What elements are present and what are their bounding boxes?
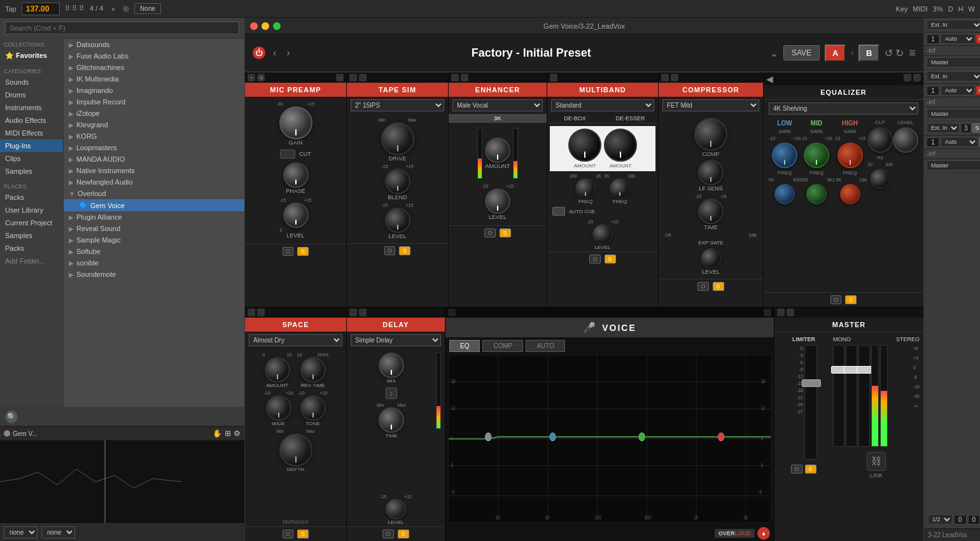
- eq-low-gain-knob[interactable]: [772, 143, 797, 168]
- eq-hz-knob[interactable]: [870, 169, 890, 189]
- rp-master-select-2[interactable]: Master: [927, 109, 980, 119]
- debox-freq-knob[interactable]: [575, 178, 596, 199]
- brand-izotope[interactable]: ▶iZotope: [64, 108, 244, 119]
- voice-tab-comp[interactable]: COMP: [482, 340, 523, 352]
- space-tone-knob[interactable]: [300, 395, 326, 421]
- rp-select-2[interactable]: Ext. In: [927, 71, 980, 81]
- preset-arrow-down[interactable]: ⌄: [770, 47, 778, 59]
- brand-datsounds[interactable]: ▶Datsounds: [64, 39, 244, 50]
- stereo-l-fader[interactable]: [846, 345, 857, 447]
- preamp-add-icon[interactable]: +: [248, 74, 255, 81]
- add-folder-btn[interactable]: Add Folder...: [0, 255, 63, 267]
- tapesim-settings[interactable]: [359, 74, 367, 81]
- compressor-lf-sens-knob[interactable]: [698, 160, 724, 185]
- bpm-input[interactable]: [22, 3, 60, 15]
- eq-add[interactable]: [904, 74, 911, 81]
- rp-auto-select-1[interactable]: Auto: [941, 34, 975, 44]
- comp-add[interactable]: [661, 74, 669, 81]
- sidebar-item-packs2[interactable]: Packs: [0, 242, 63, 255]
- rp-bottom-select[interactable]: 1/2: [928, 514, 953, 524]
- brand-gem-voice[interactable]: 🔷Gem Voice: [64, 199, 244, 211]
- sidebar-item-packs[interactable]: Packs: [0, 191, 63, 204]
- space-wide-knob[interactable]: [266, 395, 291, 421]
- brand-native[interactable]: ▶Native Instruments: [64, 165, 244, 176]
- search-input[interactable]: [5, 22, 239, 34]
- voice-add[interactable]: [448, 309, 456, 316]
- compressor-preset[interactable]: FET Mild: [662, 99, 759, 111]
- enhancer-settings[interactable]: [461, 74, 468, 81]
- enhancer-o-btn[interactable]: O: [484, 228, 495, 237]
- sidebar-item-current-project[interactable]: Current Project: [0, 216, 63, 229]
- eq-arrow-left[interactable]: ◀: [766, 74, 773, 84]
- master-add[interactable]: [777, 309, 785, 316]
- brand-newfangled[interactable]: ▶Newfangled Audio: [64, 176, 244, 188]
- nav-next-btn[interactable]: ›: [284, 47, 292, 59]
- delay-s-btn[interactable]: S: [398, 530, 409, 538]
- brand-glitch[interactable]: ▶Glitchmachines: [64, 62, 244, 73]
- eq-low-freq-knob[interactable]: [774, 184, 795, 204]
- rp-auto-select-3[interactable]: Auto: [941, 137, 978, 147]
- comp-s-btn[interactable]: S: [713, 282, 724, 291]
- multiband-s-btn[interactable]: S: [605, 255, 616, 263]
- compressor-time-knob[interactable]: [698, 199, 724, 224]
- delay-settings[interactable]: [359, 309, 367, 316]
- eq-settings[interactable]: [913, 74, 921, 81]
- sidebar-item-drums[interactable]: Drums: [0, 88, 63, 101]
- tape-sim-preset[interactable]: 2" 15IPS: [351, 99, 444, 111]
- delay-preset[interactable]: Simple Delay: [351, 334, 441, 346]
- comp-o-btn[interactable]: O: [697, 282, 708, 291]
- brand-overloud[interactable]: ▼Overloud: [64, 188, 244, 199]
- brand-klevgrand[interactable]: ▶Klevgrand: [64, 119, 244, 130]
- link-btn[interactable]: ⛓: [867, 452, 886, 471]
- eq-point-3[interactable]: [639, 433, 645, 441]
- brand-soundemote[interactable]: ▶Soundemote: [64, 269, 244, 280]
- search-icon-btn[interactable]: 🔍: [5, 411, 18, 423]
- maximize-window-btn[interactable]: [273, 22, 281, 30]
- rp-auto-select-2[interactable]: Auto: [941, 85, 975, 95]
- save-btn[interactable]: SAVE: [783, 45, 820, 60]
- tape-s-btn[interactable]: S: [399, 246, 410, 255]
- rp-off-btn-2[interactable]: Off: [976, 86, 980, 95]
- enhancer-preset[interactable]: Male Vocal: [452, 99, 543, 111]
- auto-cue-toggle[interactable]: [552, 207, 565, 216]
- mic-preamp-phase-knob[interactable]: [283, 162, 309, 188]
- tape-blend-knob[interactable]: [385, 169, 410, 194]
- multiband-add[interactable]: [550, 74, 557, 81]
- tape-o-btn[interactable]: O: [384, 246, 395, 255]
- compressor-level-knob[interactable]: [701, 248, 721, 269]
- brand-sample-magic[interactable]: ▶Sample Magic: [64, 234, 244, 246]
- delay-time-knob[interactable]: [379, 407, 404, 433]
- plugin-power-btn[interactable]: ⏻: [253, 46, 265, 59]
- desser-amount-knob[interactable]: [604, 129, 637, 162]
- sidebar-item-sounds[interactable]: Sounds: [0, 76, 63, 88]
- master-settings[interactable]: [787, 309, 794, 316]
- delay-mix-knob[interactable]: [379, 353, 404, 378]
- voice-tab-auto[interactable]: AUTO: [526, 340, 565, 352]
- brand-plugin-alliance[interactable]: ▶Plugin Alliance: [64, 211, 244, 223]
- brand-impulse[interactable]: ▶Impulse Record: [64, 96, 244, 108]
- minimize-window-btn[interactable]: [262, 22, 269, 30]
- eq-point-2[interactable]: [550, 433, 556, 441]
- debox-amount-knob[interactable]: [568, 129, 601, 162]
- desser-freq-knob[interactable]: [610, 178, 630, 199]
- rp-select-3[interactable]: Ext. In: [927, 123, 960, 133]
- compressor-comp-knob[interactable]: [694, 118, 727, 151]
- stereo-r-fader[interactable]: [858, 345, 870, 447]
- eq-o-btn[interactable]: O: [830, 295, 841, 304]
- mono-fader[interactable]: [833, 345, 844, 447]
- eq-s-btn[interactable]: S: [845, 295, 857, 304]
- rp-select-1[interactable]: Ext. In: [927, 20, 980, 30]
- mic-preamp-gain-knob[interactable]: [279, 106, 312, 139]
- sidebar-item-samples-place[interactable]: Samples: [0, 229, 63, 242]
- cut-toggle[interactable]: [280, 150, 295, 158]
- enhancer-level-knob[interactable]: [485, 188, 510, 214]
- tape-drive-knob[interactable]: [381, 122, 414, 155]
- eq-point-1[interactable]: [486, 433, 491, 441]
- preamp-extra-icon[interactable]: ⋯: [336, 74, 344, 81]
- space-depth-knob[interactable]: [279, 433, 312, 467]
- sidebar-item-samples[interactable]: Samples: [0, 165, 63, 178]
- voice-tab-eq[interactable]: EQ: [449, 340, 480, 352]
- preamp-o-btn[interactable]: O: [283, 247, 293, 256]
- preamp-settings-icon[interactable]: ⚙: [257, 74, 265, 81]
- sidebar-item-clips[interactable]: Clips: [0, 152, 63, 165]
